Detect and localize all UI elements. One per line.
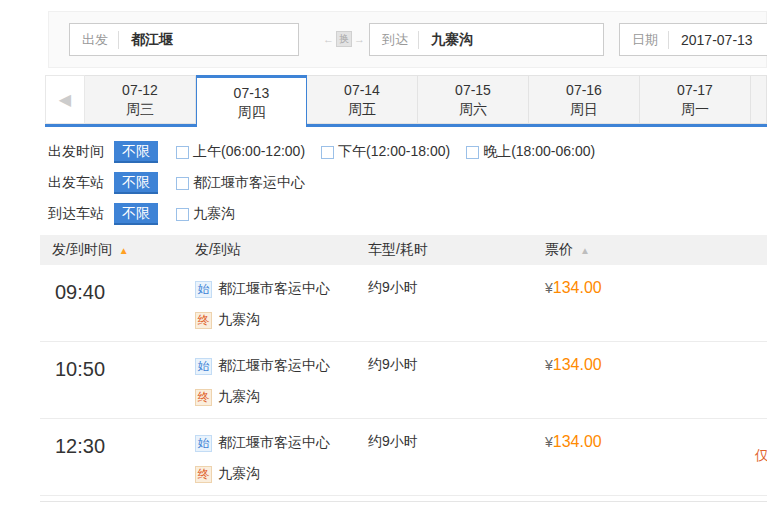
schedule-table: 发/到时间 ▲ 发/到站 车型/耗时 票价 ▲ 09:40 始 都江堰市客运中心…: [40, 235, 767, 496]
departure-label: 出发: [70, 31, 118, 49]
checkbox-morning[interactable]: 上午(06:00-12:00): [176, 143, 305, 161]
destination-station-line: 终 九寨沟: [195, 387, 368, 407]
origin-badge: 始: [195, 281, 212, 298]
origin-badge: 始: [195, 435, 212, 452]
tab-day-text: 周六: [459, 100, 487, 119]
origin-station: 都江堰市客运中心: [218, 357, 330, 375]
tab-date-0712[interactable]: 07-12 周三: [85, 75, 196, 124]
destination-station-line: 终 九寨沟: [195, 464, 368, 484]
checkbox-label: 九寨沟: [193, 205, 235, 223]
stations-cell: 始 都江堰市客运中心 终 九寨沟: [195, 342, 368, 418]
origin-station-line: 始 都江堰市客运中心: [195, 433, 368, 453]
filter-panel: 出发时间 不限 上午(06:00-12:00) 下午(12:00-18:00) …: [48, 141, 611, 234]
price-value: 134.00: [553, 356, 602, 373]
checkbox-evening[interactable]: 晚上(18:00-06:00): [466, 143, 595, 161]
checkbox-icon[interactable]: [176, 146, 189, 159]
date-value[interactable]: 2017-07-13: [669, 32, 753, 48]
tab-day-text: 周日: [570, 100, 598, 119]
tab-date-0716[interactable]: 07-16 周日: [529, 75, 640, 124]
checkbox-label: 下午(12:00-18:00): [338, 143, 450, 161]
filter-label: 出发车站: [48, 174, 114, 192]
destination-badge: 终: [195, 312, 212, 329]
date-label: 日期: [620, 31, 668, 49]
tab-date-text: 07-13: [234, 84, 270, 103]
tab-day-text: 周三: [126, 100, 154, 119]
table-row[interactable]: 09:40 始 都江堰市客运中心 终 九寨沟 约9小时 ¥134.00: [40, 265, 767, 342]
departure-city-value[interactable]: 都江堰: [119, 31, 173, 49]
price-cell: ¥134.00: [545, 265, 725, 341]
stations-cell: 始 都江堰市客运中心 终 九寨沟: [195, 265, 368, 341]
destination-badge: 终: [195, 389, 212, 406]
price-cell: ¥134.00: [545, 419, 725, 495]
duration: 约9小时: [368, 265, 545, 341]
currency-symbol: ¥: [545, 434, 553, 450]
filter-row-arrive-station: 到达车站 不限 九寨沟: [48, 203, 611, 225]
table-row[interactable]: 10:50 始 都江堰市客运中心 终 九寨沟 约9小时 ¥134.00: [40, 342, 767, 419]
date-tab-bar: ◀ 07-12 周三 07-13 周四 07-14 周五 07-15 周六 07…: [45, 75, 767, 127]
departure-time: 10:50: [40, 342, 195, 418]
tab-date-0717[interactable]: 07-17 周一: [640, 75, 751, 124]
origin-station-line: 始 都江堰市客运中心: [195, 356, 368, 376]
tab-date-0714[interactable]: 07-14 周五: [307, 75, 418, 124]
price-value: 134.00: [553, 433, 602, 450]
sort-asc-icon: ▲: [580, 245, 590, 256]
checkbox-icon[interactable]: [321, 146, 334, 159]
tab-date-text: 07-14: [344, 81, 380, 100]
unlimited-arrive-station-button[interactable]: 不限: [114, 203, 158, 225]
filter-label: 到达车站: [48, 205, 114, 223]
price-value: 134.00: [553, 279, 602, 296]
departure-time: 09:40: [40, 265, 195, 341]
checkbox-label: 上午(06:00-12:00): [193, 143, 305, 161]
tab-date-0713-active[interactable]: 07-13 周四: [196, 75, 307, 127]
destination-station: 九寨沟: [218, 388, 260, 406]
destination-station-line: 终 九寨沟: [195, 310, 368, 330]
header-type-duration: 车型/耗时: [368, 241, 545, 259]
departure-city-field[interactable]: 出发 都江堰: [69, 23, 299, 56]
prev-dates-button[interactable]: ◀: [45, 75, 85, 124]
tab-date-text: 07-12: [122, 81, 158, 100]
table-row[interactable]: 12:30 始 都江堰市客运中心 终 九寨沟 约9小时 ¥134.00 仅: [40, 419, 767, 496]
unlimited-time-button[interactable]: 不限: [114, 141, 158, 163]
checkbox-icon[interactable]: [466, 146, 479, 159]
unlimited-depart-station-button[interactable]: 不限: [114, 172, 158, 194]
header-time-sort[interactable]: 发/到时间 ▲: [40, 241, 195, 259]
destination-station: 九寨沟: [218, 311, 260, 329]
checkbox-arrive-station[interactable]: 九寨沟: [176, 205, 235, 223]
arrival-city-value[interactable]: 九寨沟: [419, 31, 473, 49]
arrival-city-field[interactable]: 到达 九寨沟: [369, 23, 604, 56]
header-price-label: 票价: [545, 241, 573, 257]
swap-right-arrow-icon: →: [354, 33, 365, 45]
destination-badge: 终: [195, 466, 212, 483]
arrival-label: 到达: [370, 31, 418, 49]
origin-station: 都江堰市客运中心: [218, 434, 330, 452]
date-field[interactable]: 日期 2017-07-13: [619, 23, 767, 56]
currency-symbol: ¥: [545, 280, 553, 296]
checkbox-afternoon[interactable]: 下午(12:00-18:00): [321, 143, 450, 161]
chevron-left-icon: ◀: [59, 90, 71, 109]
tab-date-partial[interactable]: [751, 75, 767, 124]
filter-row-depart-station: 出发车站 不限 都江堰市客运中心: [48, 172, 611, 194]
bottom-divider: [40, 501, 767, 502]
duration: 约9小时: [368, 342, 545, 418]
origin-station-line: 始 都江堰市客运中心: [195, 279, 368, 299]
remaining-tickets-note-truncated: 仅: [755, 447, 767, 465]
filter-row-depart-time: 出发时间 不限 上午(06:00-12:00) 下午(12:00-18:00) …: [48, 141, 611, 163]
tab-day-text: 周四: [238, 103, 266, 122]
tab-date-text: 07-15: [455, 81, 491, 100]
table-header-row: 发/到时间 ▲ 发/到站 车型/耗时 票价 ▲: [40, 235, 767, 265]
search-bar: 出发 都江堰 ← 换 → 到达 九寨沟 日期 2017-07-13: [48, 11, 767, 68]
origin-station: 都江堰市客运中心: [218, 280, 330, 298]
stations-cell: 始 都江堰市客运中心 终 九寨沟: [195, 419, 368, 495]
sort-asc-icon: ▲: [119, 245, 129, 256]
checkbox-depart-station[interactable]: 都江堰市客运中心: [176, 174, 305, 192]
bus-search-results-page: 出发 都江堰 ← 换 → 到达 九寨沟 日期 2017-07-13 ◀ 07-1…: [0, 0, 767, 516]
swap-cities-button[interactable]: ← 换 →: [321, 29, 367, 49]
destination-station: 九寨沟: [218, 465, 260, 483]
header-time-label: 发/到时间: [52, 241, 112, 257]
checkbox-icon[interactable]: [176, 208, 189, 221]
departure-time: 12:30: [40, 419, 195, 495]
origin-badge: 始: [195, 358, 212, 375]
checkbox-icon[interactable]: [176, 177, 189, 190]
tab-date-0715[interactable]: 07-15 周六: [418, 75, 529, 124]
header-price-sort[interactable]: 票价 ▲: [545, 241, 725, 259]
